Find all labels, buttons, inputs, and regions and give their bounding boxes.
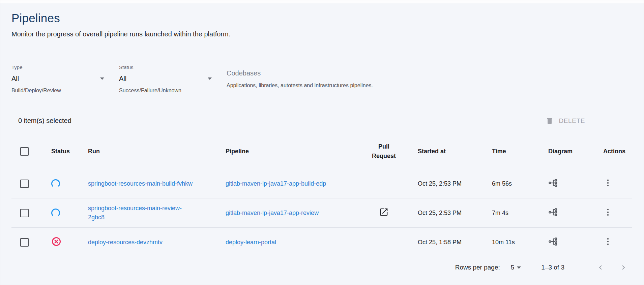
started-at-value: Oct 25, 2:53 PM	[412, 180, 486, 187]
type-filter-helper: Build/Deploy/Review	[11, 88, 108, 94]
table-row: springboot-resources-main-review-2gbc8 g…	[11, 198, 632, 228]
table-header-row: Status Run Pipeline Pull Request Started…	[11, 134, 632, 169]
status-filter-select[interactable]: All	[119, 73, 215, 85]
kebab-menu-icon[interactable]	[603, 178, 613, 188]
status-filter-helper: Success/Failure/Unknown	[119, 88, 215, 94]
column-header-diagram: Diagram	[538, 148, 590, 155]
kebab-menu-icon[interactable]	[603, 237, 613, 246]
pagination-bar: Rows per page: 5 1–3 of 3	[11, 257, 632, 278]
chevron-left-icon	[596, 263, 605, 272]
column-header-time: Time	[486, 148, 538, 155]
spinner-icon	[51, 209, 60, 217]
column-header-pipeline: Pipeline	[221, 148, 356, 155]
column-header-status: Status	[42, 148, 83, 155]
rows-per-page-value: 5	[511, 264, 515, 271]
tree-diagram-icon[interactable]	[548, 178, 558, 188]
select-all-checkbox[interactable]	[20, 147, 29, 156]
pipelines-page: Pipelines Monitor the progress of overal…	[0, 11, 644, 278]
type-filter: Type All Build/Deploy/Review	[11, 64, 108, 94]
tree-diagram-icon[interactable]	[548, 236, 558, 247]
delete-button[interactable]: DELETE	[544, 117, 587, 125]
pipeline-link[interactable]: gitlab-maven-lp-java17-app-build-edp	[226, 180, 326, 187]
pipeline-link[interactable]: deploy-learn-portal	[226, 239, 276, 246]
page-title: Pipelines	[11, 11, 632, 25]
previous-page-button[interactable]	[596, 263, 605, 272]
selected-count: 0 item(s) selected	[18, 117, 71, 125]
started-at-value: Oct 25, 1:58 PM	[412, 239, 486, 246]
chevron-down-icon	[517, 266, 521, 269]
delete-button-label: DELETE	[559, 117, 585, 125]
top-strip	[0, 0, 644, 3]
cancel-icon	[51, 241, 61, 248]
tree-diagram-icon[interactable]	[548, 207, 558, 217]
codebases-filter-helper: Applications, libraries, autotests and i…	[227, 83, 632, 89]
selection-toolbar: 0 item(s) selected DELETE	[11, 108, 591, 134]
table-row: deploy-resources-devzhmtv deploy-learn-p…	[11, 228, 632, 257]
rows-per-page-select[interactable]: 5	[511, 264, 523, 271]
column-header-pull-request: Pull Request	[356, 142, 412, 161]
row-checkbox[interactable]	[20, 238, 29, 247]
run-link[interactable]: springboot-resources-main-build-fvhkw	[88, 179, 193, 188]
time-value: 7m 4s	[486, 210, 538, 217]
open-in-new-icon[interactable]	[379, 207, 389, 217]
filters-bar: Type All Build/Deploy/Review Status All …	[11, 64, 632, 94]
chevron-down-icon	[100, 77, 104, 80]
row-checkbox[interactable]	[20, 180, 29, 188]
chevron-right-icon	[619, 263, 628, 272]
next-page-button[interactable]	[619, 263, 628, 272]
type-filter-value: All	[11, 75, 19, 83]
column-header-actions: Actions	[590, 148, 632, 155]
codebases-filter: Applications, libraries, autotests and i…	[227, 64, 632, 94]
kebab-menu-icon[interactable]	[603, 208, 613, 217]
status-filter-label: Status	[119, 64, 215, 70]
column-header-run: Run	[83, 148, 221, 155]
spinner-icon	[51, 179, 60, 188]
type-filter-label: Type	[11, 64, 108, 70]
time-value: 6m 56s	[486, 180, 538, 187]
chevron-down-icon	[208, 77, 212, 80]
rows-per-page-label: Rows per page:	[455, 264, 500, 271]
column-header-started-at: Started at	[412, 148, 486, 155]
run-link[interactable]: springboot-resources-main-review-2gbc8	[88, 204, 195, 222]
pagination-range: 1–3 of 3	[541, 264, 564, 271]
table-row: springboot-resources-main-build-fvhkw gi…	[11, 169, 632, 198]
pipeline-link[interactable]: gitlab-maven-lp-java17-app-review	[226, 210, 319, 216]
codebases-input[interactable]	[227, 67, 632, 80]
row-checkbox[interactable]	[20, 209, 29, 217]
trash-icon	[546, 117, 554, 125]
page-subtitle: Monitor the progress of overall pipeline…	[11, 30, 632, 38]
type-filter-select[interactable]: All	[11, 73, 108, 85]
time-value: 10m 11s	[486, 239, 538, 246]
run-link[interactable]: deploy-resources-devzhmtv	[88, 238, 163, 247]
status-filter-value: All	[119, 75, 126, 83]
started-at-value: Oct 25, 2:53 PM	[412, 210, 486, 217]
status-filter: Status All Success/Failure/Unknown	[119, 64, 215, 94]
